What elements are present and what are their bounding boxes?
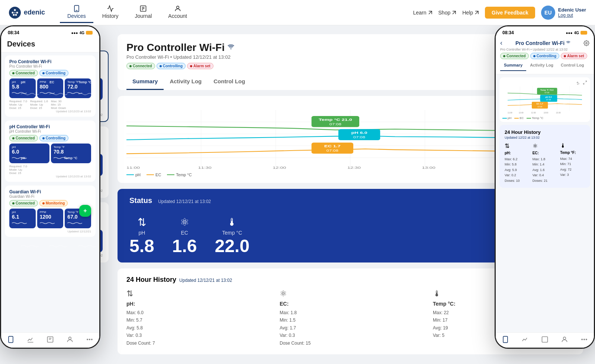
svg-text:13:30: 13:30 [556,112,561,114]
phone-card-1-metrics: pH 6.0 Temp °F 70.8 [9,144,91,163]
phone-right-nav-chart[interactable] [521,336,529,343]
svg-text:11:00: 11:00 [508,112,512,114]
svg-text:Temp °C 21.0: Temp °C 21.0 [319,117,352,122]
nav-link-history[interactable]: History [95,2,126,23]
nav-bar: edenic Devices History Journal Account L… [0,0,595,25]
phone-left-icons: ●●● 4G [71,31,93,35]
svg-point-19 [87,339,88,340]
tab-summary[interactable]: Summary [126,75,164,90]
svg-point-75 [581,339,582,340]
svg-point-76 [583,339,585,340]
badge-monitoring-2: Monitoring [39,200,68,206]
phone-fab[interactable]: + [79,205,91,217]
detail-badge-alarm: Alarm set [187,63,213,69]
svg-point-1 [12,12,14,13]
phone-left-header: Devices [1,37,99,52]
phone-card-1-title: pH Controller Wi-Fi [9,124,91,129]
phone-left-card-1[interactable]: pH Controller Wi-Fi pH Controller Wi-Fi … [5,120,96,182]
phone-nav-user[interactable] [66,336,74,343]
phone-card-0-title: Pro Controller Wi-Fi [9,59,91,64]
tab-control-log[interactable]: Control Log [208,75,251,90]
phone-back-row: ‹ Pro Controller Wi-Fi [500,39,589,47]
detail-title: Pro Controller Wi-Fi [126,42,234,54]
status-title: Status [129,196,152,205]
phone-card-2-sub: Guardian Wi-Fi [9,194,91,199]
svg-text:Temp °F 72.0: Temp °F 72.0 [540,89,554,91]
logo[interactable]: edenic [9,7,45,19]
phone-history-ph-icon: ⇅ [505,142,530,149]
phone-left-time: 08:34 [8,30,19,35]
phone-chart-settings-icon[interactable] [575,80,580,85]
svg-text:11:30: 11:30 [198,165,212,170]
svg-text:12:30: 12:30 [531,112,536,114]
history-24-updated: Updated 12/12/21 at 13:02 [179,278,232,283]
ph-icon: ⇅ [129,216,154,228]
history-ec: ⚛ EC: Max: 1.8Min: 1.5Avg: 1.7Var: 0.3Do… [280,289,421,347]
phone-back-button[interactable]: ‹ [500,39,502,47]
nav-link-account[interactable]: Account [161,2,194,23]
phone-left-page-title: Devices [7,40,93,48]
badge-controlling: Controlling [39,70,68,76]
phone-right-content: Temp °F 72.0 07:08 pH 6.0 07:08 EC 1.7 0… [496,74,594,332]
badge-controlling-1: Controlling [39,135,68,141]
help-link[interactable]: Help [462,10,479,16]
nav-link-journal[interactable]: Journal [127,2,159,23]
phone-right-mockup: 08:34 ●●● 4G ‹ Pro Controller Wi-Fi Pro … [495,25,595,349]
phone-right-nav-user[interactable] [561,336,568,343]
phone-right-tabs: Summary Activity Log Control Log [500,61,589,71]
nav-links: Devices History Journal Account [60,2,413,23]
svg-text:07:08: 07:08 [545,91,550,94]
svg-point-48 [586,42,587,44]
legend-temp: Temp °C [167,173,192,177]
svg-text:07:08: 07:08 [546,99,551,101]
phone-nav-home[interactable] [7,336,15,343]
phone-settings-icon[interactable] [583,40,589,46]
svg-text:11:00: 11:00 [126,165,140,170]
status-metric-temp: 🌡 Temp °C 22.0 [215,216,249,255]
phone-left-card-2[interactable]: Guardian Wi-Fi Guardian Wi-Fi Connected … [5,186,96,237]
pr-tab-activity[interactable]: Activity Log [526,61,557,71]
feedback-button[interactable]: Give Feedback [485,7,535,19]
phone-left-card-0[interactable]: Pro Controller Wi-Fi Pro Controller Wi-F… [5,55,96,117]
status-updated: Updated 12/12/21 at 13:02 [158,199,211,204]
nav-link-devices[interactable]: Devices [60,2,93,23]
phone-metric-ppm-2: PPM 1200 [37,209,64,228]
phone-chart-expand-icon[interactable] [583,80,587,85]
svg-rect-13 [9,336,13,343]
user-text: Edenic User Log out [558,7,586,18]
logo-icon [9,7,21,19]
pr-tab-control[interactable]: Control Log [557,61,588,71]
phone-nav-journal[interactable] [46,336,54,343]
phone-left-status-bar: 08:34 ●●● 4G [1,26,99,37]
phone-history-ec: ⚛ EC: Max: 1.8Min: 1.4Avg: 1.6Var: 0.4Do… [533,142,557,183]
svg-point-20 [89,339,90,340]
svg-text:07:08: 07:08 [353,135,365,139]
phone-right-icons: ●●● 4G [566,31,587,35]
svg-text:12:30: 12:30 [347,165,361,170]
detail-title-group: Pro Controller Wi-Fi Pro Controller Wi-F… [126,42,234,72]
phone-right-nav-journal[interactable] [541,336,549,343]
phone-right-nav [496,332,594,348]
phone-nav-chart[interactable] [27,336,34,343]
phone-card-0-badges: Connected Controlling [9,70,91,76]
shop-link[interactable]: Shop [438,10,457,16]
phone-right-time: 08:34 [502,30,514,35]
svg-rect-73 [542,337,547,342]
pr-tab-summary[interactable]: Summary [500,61,526,71]
phone-right-header: ‹ Pro Controller Wi-Fi Pro Controller Wi… [496,37,594,74]
phone-nav-more[interactable] [86,336,93,343]
status-metric-ph: ⇅ pH 5.8 [129,216,154,255]
learn-link[interactable]: Learn [413,10,432,16]
phone-metric-ph-2: pH 6.1 [9,209,36,228]
phone-card-0-updated: Updated 12/12/23 at 13:02 [9,110,91,113]
svg-point-49 [577,82,578,83]
history-ph-icon: ⇅ [126,289,268,299]
phone-right-nav-home[interactable] [502,336,509,343]
tab-activity-log[interactable]: Activity Log [164,75,208,90]
phone-right-screen: 08:34 ●●● 4G ‹ Pro Controller Wi-Fi Pro … [496,26,594,348]
phone-right-nav-more[interactable] [580,336,588,343]
phone-card-1-sub: pH Controller Wi-Fi [9,129,91,133]
badge-connected: Connected [9,70,38,76]
logout-link[interactable]: Log out [558,13,586,18]
pr-badge-controlling: Controlling [530,53,559,59]
